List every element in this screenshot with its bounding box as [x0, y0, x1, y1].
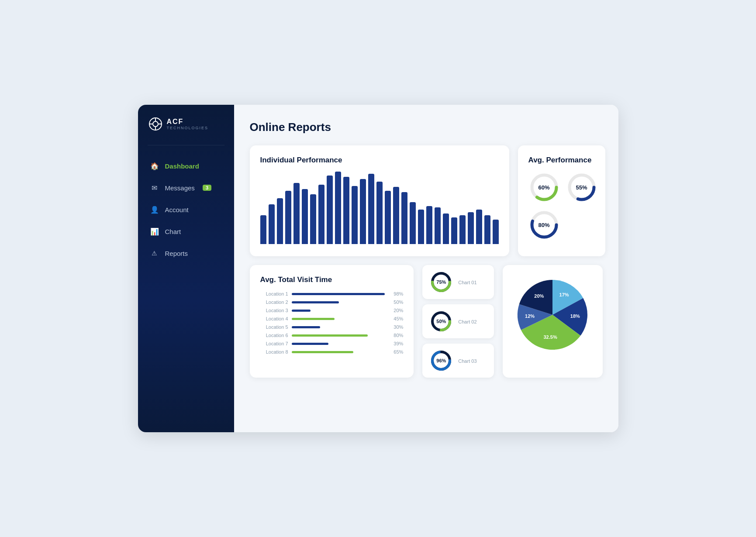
sidebar-item-dashboard[interactable]: 🏠 Dashboard — [143, 156, 229, 176]
location-value: 65% — [390, 349, 403, 355]
bar — [443, 213, 449, 244]
sidebar-item-chart[interactable]: 📊 Chart — [143, 221, 229, 241]
location-name: Location 1 — [260, 291, 288, 296]
sidebar-item-label-chart: Chart — [165, 228, 181, 235]
pie-label: 17% — [559, 292, 569, 297]
location-chart: Location 198%Location 250%Location 320%L… — [260, 291, 404, 355]
account-icon: 👤 — [150, 205, 159, 214]
svg-point-1 — [153, 121, 158, 127]
home-icon: 🏠 — [150, 162, 159, 170]
donut-55: 55% — [566, 172, 597, 203]
location-row: Location 250% — [260, 299, 404, 305]
bar — [285, 191, 291, 244]
sidebar-item-messages[interactable]: ✉ Messages 3 — [143, 178, 229, 198]
nav-menu: 🏠 Dashboard ✉ Messages 3 👤 Account 📊 Cha… — [138, 156, 234, 263]
loc-bar-navy — [292, 343, 329, 345]
bottom-row: Avg. Total Visit Time Location 198%Locat… — [250, 265, 603, 378]
individual-performance-title: Individual Performance — [260, 156, 499, 165]
location-bars — [292, 334, 387, 337]
logo-brand: ACF — [167, 118, 184, 125]
location-bars — [292, 318, 387, 320]
bar — [393, 187, 399, 244]
location-bars — [292, 301, 387, 303]
mini-donut-wrap-01: 75% — [429, 270, 453, 294]
sidebar-divider — [148, 145, 224, 145]
location-value: 20% — [390, 308, 403, 313]
location-row: Location 739% — [260, 341, 404, 346]
sidebar-item-account[interactable]: 👤 Account — [143, 200, 229, 220]
mini-donut-card-03: 96% Chart 03 — [422, 344, 494, 378]
pie-label: 20% — [535, 293, 544, 299]
avg-visit-title: Avg. Total Visit Time — [260, 275, 404, 284]
location-value: 30% — [390, 324, 403, 330]
pie-chart-svg: 17%18%32.5%12%20% — [513, 275, 592, 354]
sidebar-item-label-dashboard: Dashboard — [165, 162, 199, 170]
mini-donut-chart-label-03: Chart 03 — [458, 358, 476, 364]
bar — [277, 198, 283, 244]
location-bars — [292, 293, 387, 295]
location-row: Location 198% — [260, 291, 404, 296]
chart-icon: 📊 — [150, 227, 159, 236]
main-content: Online Reports Individual Performance Av… — [234, 105, 618, 432]
location-name: Location 6 — [260, 333, 288, 338]
mini-donut-label-03: 96% — [436, 358, 446, 363]
messages-icon: ✉ — [150, 183, 159, 192]
avg-performance-title: Avg. Performance — [528, 156, 595, 165]
bar — [269, 204, 275, 244]
donut-wrap-60: 60% — [528, 172, 560, 203]
pie-label: 32.5% — [544, 334, 557, 340]
bar — [343, 177, 349, 244]
location-value: 50% — [390, 299, 403, 305]
logo-sub: TECHNOLOGIES — [167, 126, 209, 130]
top-row: Individual Performance Avg. Performance — [250, 145, 603, 256]
location-row: Location 865% — [260, 349, 404, 355]
bar — [368, 174, 374, 244]
bar — [493, 220, 499, 244]
mini-donut-chart-label-02: Chart 02 — [458, 319, 476, 324]
mini-donut-label-01: 75% — [436, 279, 446, 285]
bar — [468, 212, 474, 244]
sidebar-item-reports[interactable]: ⚠ Reports — [143, 243, 229, 263]
individual-performance-card: Individual Performance — [250, 145, 509, 256]
bar — [451, 217, 457, 244]
loc-bar-green — [292, 318, 335, 320]
sidebar-item-label-reports: Reports — [165, 250, 188, 257]
reports-icon: ⚠ — [150, 249, 159, 258]
donut-wrap-80: 80% — [528, 209, 560, 241]
bar — [360, 179, 366, 244]
logo: ACF TECHNOLOGIES — [138, 105, 234, 145]
location-value: 39% — [390, 341, 403, 346]
bar — [459, 215, 466, 244]
bar — [484, 215, 490, 244]
donut-label-60: 60% — [538, 184, 549, 191]
donut-80: 80% — [528, 209, 560, 241]
location-value: 80% — [390, 333, 403, 338]
location-bars — [292, 326, 387, 328]
donut-label-55: 55% — [576, 184, 587, 191]
bar — [410, 202, 416, 244]
logo-icon — [148, 117, 162, 131]
loc-bar-green — [292, 334, 368, 337]
pie-label: 12% — [525, 313, 535, 319]
avg-performance-card: Avg. Performance 60% — [518, 145, 605, 256]
location-name: Location 5 — [260, 324, 288, 330]
mini-donut-wrap-03: 96% — [429, 349, 453, 372]
location-bars — [292, 343, 387, 345]
loc-bar-navy — [292, 326, 320, 328]
loc-bar-navy — [292, 293, 385, 295]
mini-donut-wrap-02: 50% — [429, 310, 453, 333]
mini-donut-card-02: 50% Chart 02 — [422, 304, 494, 338]
location-row: Location 445% — [260, 316, 404, 321]
bar — [302, 189, 308, 244]
avg-performance-donuts: 60% 55% — [528, 172, 595, 241]
bar — [476, 210, 482, 244]
location-name: Location 8 — [260, 349, 288, 355]
location-bars — [292, 351, 387, 353]
location-name: Location 7 — [260, 341, 288, 346]
loc-bar-navy — [292, 310, 311, 312]
donut-label-80: 80% — [538, 222, 549, 228]
app-container: ACF TECHNOLOGIES 🏠 Dashboard ✉ Messages … — [138, 105, 618, 432]
bar — [260, 215, 266, 244]
donut-wrap-55: 55% — [566, 172, 597, 203]
location-row: Location 530% — [260, 324, 404, 330]
